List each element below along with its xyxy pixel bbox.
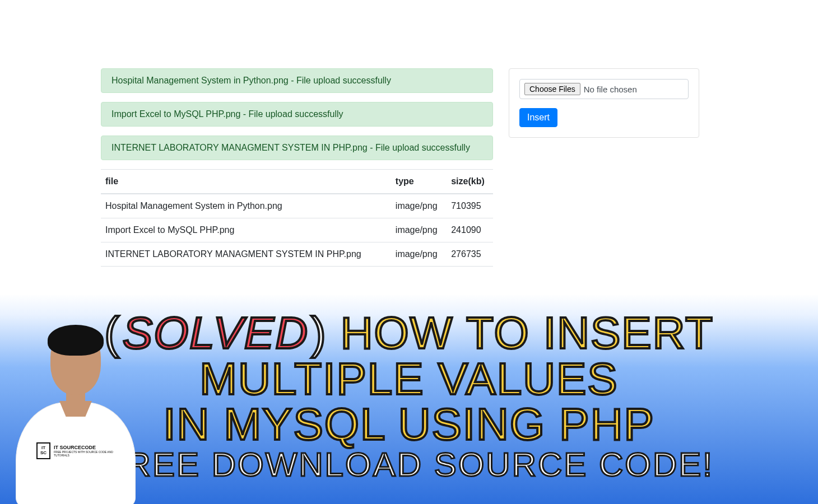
cell-size: 241090 xyxy=(447,218,493,242)
file-input-status: No file chosen xyxy=(584,85,637,94)
col-type: type xyxy=(391,170,447,194)
table-header-row: file type size(kb) xyxy=(101,170,493,194)
shirt-logo: IT SC IT SOURCECODE FREE PROJECTS WITH S… xyxy=(36,442,115,459)
insert-button[interactable]: Insert xyxy=(519,108,557,127)
cell-file: INTERNET LABORATORY MANAGMENT SYSTEM IN … xyxy=(101,242,391,267)
right-column: Choose Files No file chosen Insert xyxy=(509,68,699,138)
cell-type: image/png xyxy=(391,242,447,267)
file-input[interactable]: Choose Files No file chosen xyxy=(519,79,689,99)
upload-success-alert: INTERNET LABORATORY MANAGMENT SYSTEM IN … xyxy=(101,136,493,160)
cell-size: 276735 xyxy=(447,242,493,267)
logo-main: IT SOURCECODE xyxy=(54,445,96,450)
cell-file: Import Excel to MySQL PHP.png xyxy=(101,218,391,242)
title-solved: SOLVED xyxy=(120,308,311,358)
table-row: Hospital Management System in Python.png… xyxy=(101,194,493,218)
table-row: Import Excel to MySQL PHP.png image/png … xyxy=(101,218,493,242)
upload-success-alert: Hospital Management System in Python.png… xyxy=(101,68,493,93)
choose-files-button[interactable]: Choose Files xyxy=(524,83,580,95)
table-row: INTERNET LABORATORY MANAGMENT SYSTEM IN … xyxy=(101,242,493,267)
files-table: file type size(kb) Hospital Management S… xyxy=(101,169,493,267)
content-area: Hospital Management System in Python.png… xyxy=(101,68,700,267)
col-size: size(kb) xyxy=(447,170,493,194)
logo-box-bottom: SC xyxy=(40,451,47,456)
cell-type: image/png xyxy=(391,194,447,218)
logo-sub: FREE PROJECTS WITH SOURCE CODE AND TUTOR… xyxy=(54,450,115,457)
title-rest-1: HOW TO INSERT xyxy=(327,308,714,358)
upload-success-alert: Import Excel to MySQL PHP.png - File upl… xyxy=(101,102,493,127)
col-file: file xyxy=(101,170,391,194)
cell-file: Hospital Management System in Python.png xyxy=(101,194,391,218)
presenter-graphic: IT SC IT SOURCECODE FREE PROJECTS WITH S… xyxy=(6,325,146,504)
left-column: Hospital Management System in Python.png… xyxy=(101,68,493,267)
upload-card: Choose Files No file chosen Insert xyxy=(509,68,699,138)
cell-type: image/png xyxy=(391,218,447,242)
page: Hospital Management System in Python.png… xyxy=(0,0,818,504)
cell-size: 710395 xyxy=(447,194,493,218)
paren-close: ) xyxy=(311,308,327,358)
